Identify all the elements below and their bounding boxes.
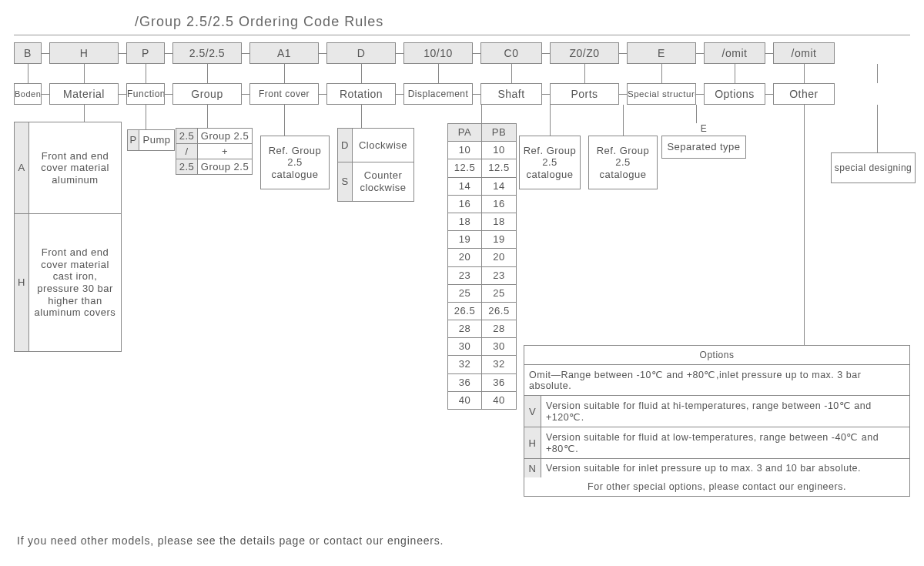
material-a-code: A [14,122,29,214]
rotation-s-text: Counter clockwise [353,162,414,202]
disp-cell: 18 [448,213,482,231]
code-z0: Z0/Z0 [550,42,619,64]
disp-row: 26.526.5 [448,303,516,320]
disp-cell: 25 [482,285,516,303]
rotation-s-code: S [337,162,353,202]
disp-row: 4040 [448,392,516,409]
ports-text: Ref. Group 2.5 catalogue [588,136,658,189]
label-rotation: Rotation [326,83,396,105]
label-special: Special structure [627,83,696,105]
disp-cell: 28 [482,320,516,338]
disp-cell: 10 [482,142,516,159]
code-disp: 10/10 [403,42,473,64]
disp-cell: 26.5 [448,303,482,320]
label-other: Other [773,83,835,105]
other-option: special designing [831,152,916,183]
disp-cell: 32 [448,356,482,373]
disp-cell: 20 [448,249,482,266]
disp-cell: 25 [448,285,482,303]
code-omit1: /omit [704,42,765,64]
disp-row: 12.512.5 [448,159,516,177]
disp-row: 3232 [448,356,516,373]
code-b: B [14,42,42,64]
disp-cell: 28 [448,320,482,338]
disp-cell: 16 [482,196,516,213]
rotation-d-text: Clockwise [353,128,414,162]
disp-row: 1818 [448,213,516,231]
label-ports: Ports [550,83,619,105]
group-r3c2: Group 2.5 [198,159,252,174]
disp-cell: 36 [448,374,482,392]
disp-row: 1919 [448,231,516,249]
disp-cell: 26.5 [482,303,516,320]
material-h-code: H [14,213,29,352]
material-a-text: Front and end cover material aluminum [29,122,122,214]
label-boden: Boden [14,83,42,105]
code-c0: C0 [480,42,542,64]
disp-cell: 40 [482,392,516,409]
label-displacement: Displacement [403,83,473,105]
code-p: P [126,42,165,64]
label-row: Boden Material Function Group Front cove… [14,83,910,105]
code-group: 2.5/2.5 [172,42,242,64]
disp-row: 1010 [448,142,516,159]
disp-cell: 23 [448,267,482,285]
group-r1c1: 2.5 [176,129,198,144]
options-table-title: Options [524,346,909,365]
displacement-table: PA PB 101012.512.51414161618181919202023… [447,123,517,410]
code-e: E [627,42,696,64]
label-group: Group [172,83,242,105]
code-d: D [326,42,396,64]
disp-cell: 23 [482,267,516,285]
disp-row: 1616 [448,196,516,213]
disp-cell: 19 [448,231,482,249]
options-code: N [524,459,541,477]
group-r3c1: 2.5 [176,159,198,174]
ports-ref: Ref. Group 2.5 catalogue [588,136,658,189]
disp-row: 2323 [448,267,516,285]
options-desc: Version suitable for inlet pressure up t… [541,459,909,477]
footer-note: If you need other models, please see the… [17,534,444,547]
code-omit2: /omit [773,42,835,64]
disp-cell: 20 [482,249,516,266]
special-code: E [661,123,746,134]
material-h-text: Front and end cover material cast iron, … [29,213,122,352]
options-desc: Omit—Range between -10℃ and +80℃,inlet p… [524,365,909,395]
shaft-ref: Ref. Group 2.5 catalogue [519,136,581,189]
disp-cell: 30 [448,338,482,356]
options-table: Options Omit—Range between -10℃ and +80℃… [524,345,910,497]
disp-hdr-pa: PA [448,124,482,142]
group-r2c1: / [176,144,198,159]
options-desc: Version suitable for fluid at hi-tempera… [541,396,909,427]
disp-cell: 19 [482,231,516,249]
options-code: V [524,396,541,427]
options-row: NVersion suitable for inlet pressure up … [524,459,909,477]
front-cover-text: Ref. Group 2.5 catalogue [260,136,330,189]
rotation-d-code: D [337,128,353,162]
special-text: Separated type [661,136,746,159]
options-code: H [524,427,541,458]
function-option: P Pump [127,129,175,151]
label-function: Function [126,83,165,105]
front-cover-ref: Ref. Group 2.5 catalogue [260,136,330,189]
special-structure: E Separated type [661,123,746,159]
other-text: special designing [831,152,916,183]
disp-row: 1414 [448,178,516,196]
label-front-cover: Front cover [249,83,319,105]
disp-row: 3030 [448,338,516,356]
disp-row: 2828 [448,320,516,338]
code-row: B H P 2.5/2.5 A1 D 10/10 C0 Z0/Z0 E /omi… [14,42,910,64]
disp-cell: 18 [482,213,516,231]
disp-cell: 12.5 [482,159,516,177]
label-material: Material [49,83,119,105]
code-a1: A1 [249,42,319,64]
disp-row: 2525 [448,285,516,303]
function-text: Pump [139,129,175,151]
options-row: HVersion suitable for fluid at low-tempe… [524,427,909,459]
disp-cell: 14 [482,178,516,196]
disp-cell: 14 [448,178,482,196]
page-title: /Group 2.5/2.5 Ordering Code Rules [135,14,383,30]
group-r2c2: + [198,144,252,159]
function-code: P [127,129,139,151]
label-shaft: Shaft [480,83,542,105]
